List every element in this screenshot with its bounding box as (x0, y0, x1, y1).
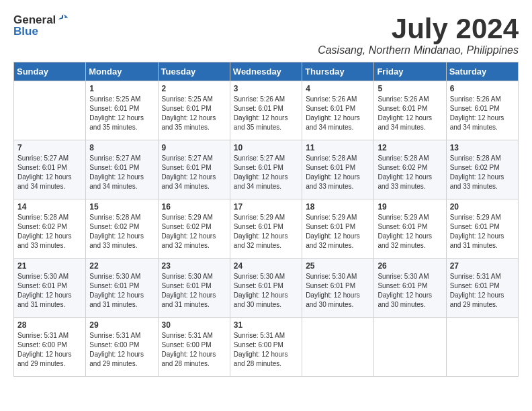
day-number: 30 (162, 320, 226, 330)
day-number: 26 (378, 261, 442, 271)
day-info: Sunrise: 5:29 AMSunset: 6:01 PMDaylight:… (306, 213, 370, 250)
header-cell-wednesday: Wednesday (230, 62, 302, 81)
header-cell-friday: Friday (374, 62, 446, 81)
calendar-cell: 13Sunrise: 5:28 AMSunset: 6:02 PMDayligh… (446, 140, 518, 199)
calendar-cell (446, 318, 518, 377)
header-cell-monday: Monday (86, 62, 158, 81)
day-number: 13 (450, 143, 515, 152)
day-number: 20 (450, 202, 515, 212)
day-info: Sunrise: 5:31 AMSunset: 6:00 PMDaylight:… (162, 331, 226, 369)
day-info: Sunrise: 5:28 AMSunset: 6:02 PMDaylight:… (378, 154, 442, 191)
day-number: 11 (306, 143, 370, 152)
calendar-cell: 30Sunrise: 5:31 AMSunset: 6:00 PMDayligh… (158, 318, 230, 377)
calendar-cell: 17Sunrise: 5:29 AMSunset: 6:01 PMDayligh… (230, 199, 302, 259)
calendar-cell: 4Sunrise: 5:26 AMSunset: 6:01 PMDaylight… (302, 81, 374, 140)
calendar-table: SundayMondayTuesdayWednesdayThursdayFrid… (13, 62, 519, 377)
day-info: Sunrise: 5:25 AMSunset: 6:01 PMDaylight:… (89, 95, 154, 132)
calendar-cell: 6Sunrise: 5:26 AMSunset: 6:01 PMDaylight… (446, 81, 518, 140)
day-info: Sunrise: 5:26 AMSunset: 6:01 PMDaylight:… (378, 95, 442, 132)
calendar-cell: 2Sunrise: 5:25 AMSunset: 6:01 PMDaylight… (158, 81, 230, 140)
calendar-cell: 14Sunrise: 5:28 AMSunset: 6:02 PMDayligh… (14, 199, 86, 259)
calendar-cell: 16Sunrise: 5:29 AMSunset: 6:02 PMDayligh… (158, 199, 230, 259)
calendar-cell: 27Sunrise: 5:31 AMSunset: 6:01 PMDayligh… (446, 259, 518, 318)
header-cell-saturday: Saturday (446, 62, 518, 81)
calendar-cell: 3Sunrise: 5:26 AMSunset: 6:01 PMDaylight… (230, 81, 302, 140)
week-row-1: 1Sunrise: 5:25 AMSunset: 6:01 PMDaylight… (14, 81, 519, 140)
calendar-cell: 24Sunrise: 5:30 AMSunset: 6:01 PMDayligh… (230, 259, 302, 318)
day-number: 1 (89, 84, 154, 93)
day-info: Sunrise: 5:27 AMSunset: 6:01 PMDaylight:… (89, 154, 154, 191)
day-info: Sunrise: 5:30 AMSunset: 6:01 PMDaylight:… (89, 272, 154, 310)
month-title: July 2024 (318, 13, 519, 44)
day-number: 8 (89, 143, 154, 152)
day-number: 17 (234, 202, 298, 212)
calendar-cell: 5Sunrise: 5:26 AMSunset: 6:01 PMDaylight… (374, 81, 446, 140)
day-info: Sunrise: 5:28 AMSunset: 6:02 PMDaylight:… (17, 213, 82, 250)
calendar-cell: 18Sunrise: 5:29 AMSunset: 6:01 PMDayligh… (302, 199, 374, 259)
day-info: Sunrise: 5:30 AMSunset: 6:01 PMDaylight:… (17, 272, 82, 310)
day-info: Sunrise: 5:26 AMSunset: 6:01 PMDaylight:… (306, 95, 370, 132)
week-row-4: 21Sunrise: 5:30 AMSunset: 6:01 PMDayligh… (14, 259, 519, 318)
calendar-cell: 20Sunrise: 5:29 AMSunset: 6:01 PMDayligh… (446, 199, 518, 259)
week-row-3: 14Sunrise: 5:28 AMSunset: 6:02 PMDayligh… (14, 199, 519, 259)
calendar-cell: 11Sunrise: 5:28 AMSunset: 6:01 PMDayligh… (302, 140, 374, 199)
day-number: 21 (17, 261, 82, 271)
day-number: 10 (234, 143, 298, 152)
day-info: Sunrise: 5:29 AMSunset: 6:01 PMDaylight:… (378, 213, 442, 250)
calendar-cell: 21Sunrise: 5:30 AMSunset: 6:01 PMDayligh… (14, 259, 86, 318)
week-row-5: 28Sunrise: 5:31 AMSunset: 6:00 PMDayligh… (14, 318, 519, 377)
day-number: 5 (378, 84, 442, 93)
day-info: Sunrise: 5:28 AMSunset: 6:01 PMDaylight:… (306, 154, 370, 191)
day-number: 2 (162, 84, 226, 93)
day-info: Sunrise: 5:30 AMSunset: 6:01 PMDaylight:… (306, 272, 370, 310)
calendar-cell: 28Sunrise: 5:31 AMSunset: 6:00 PMDayligh… (14, 318, 86, 377)
day-number: 25 (306, 261, 370, 271)
day-info: Sunrise: 5:26 AMSunset: 6:01 PMDaylight:… (450, 95, 515, 132)
page-header: General Blue July 2024 Casisang, Norther… (13, 13, 519, 56)
calendar-cell (14, 81, 86, 140)
day-number: 16 (162, 202, 226, 212)
day-number: 28 (17, 320, 82, 330)
logo-bird-icon (57, 13, 69, 26)
day-number: 6 (450, 84, 515, 93)
day-info: Sunrise: 5:31 AMSunset: 6:00 PMDaylight:… (234, 331, 298, 369)
calendar-cell: 31Sunrise: 5:31 AMSunset: 6:00 PMDayligh… (230, 318, 302, 377)
header-cell-sunday: Sunday (14, 62, 86, 81)
calendar-cell: 12Sunrise: 5:28 AMSunset: 6:02 PMDayligh… (374, 140, 446, 199)
header-cell-thursday: Thursday (302, 62, 374, 81)
header-cell-tuesday: Tuesday (158, 62, 230, 81)
calendar-cell: 23Sunrise: 5:30 AMSunset: 6:01 PMDayligh… (158, 259, 230, 318)
calendar-cell: 25Sunrise: 5:30 AMSunset: 6:01 PMDayligh… (302, 259, 374, 318)
day-number: 7 (17, 143, 82, 152)
calendar-cell: 15Sunrise: 5:28 AMSunset: 6:02 PMDayligh… (86, 199, 158, 259)
calendar-cell (374, 318, 446, 377)
calendar-cell: 7Sunrise: 5:27 AMSunset: 6:01 PMDaylight… (14, 140, 86, 199)
calendar-cell: 19Sunrise: 5:29 AMSunset: 6:01 PMDayligh… (374, 199, 446, 259)
day-info: Sunrise: 5:29 AMSunset: 6:01 PMDaylight:… (234, 213, 298, 250)
day-number: 15 (89, 202, 154, 212)
logo: General Blue (13, 13, 69, 38)
day-number: 18 (306, 202, 370, 212)
day-number: 4 (306, 84, 370, 93)
day-info: Sunrise: 5:25 AMSunset: 6:01 PMDaylight:… (162, 95, 226, 132)
calendar-cell: 29Sunrise: 5:31 AMSunset: 6:00 PMDayligh… (86, 318, 158, 377)
day-number: 19 (378, 202, 442, 212)
day-number: 27 (450, 261, 515, 271)
week-row-2: 7Sunrise: 5:27 AMSunset: 6:01 PMDaylight… (14, 140, 519, 199)
day-number: 9 (162, 143, 226, 152)
day-info: Sunrise: 5:27 AMSunset: 6:01 PMDaylight:… (17, 154, 82, 191)
calendar-cell: 10Sunrise: 5:27 AMSunset: 6:01 PMDayligh… (230, 140, 302, 199)
calendar-cell: 9Sunrise: 5:27 AMSunset: 6:01 PMDaylight… (158, 140, 230, 199)
day-info: Sunrise: 5:28 AMSunset: 6:02 PMDaylight:… (450, 154, 515, 191)
title-block: July 2024 Casisang, Northern Mindanao, P… (318, 13, 519, 56)
day-number: 12 (378, 143, 442, 152)
calendar-cell: 26Sunrise: 5:30 AMSunset: 6:01 PMDayligh… (374, 259, 446, 318)
day-number: 23 (162, 261, 226, 271)
calendar-cell: 8Sunrise: 5:27 AMSunset: 6:01 PMDaylight… (86, 140, 158, 199)
day-info: Sunrise: 5:31 AMSunset: 6:01 PMDaylight:… (450, 272, 515, 310)
day-info: Sunrise: 5:29 AMSunset: 6:01 PMDaylight:… (450, 213, 515, 250)
day-info: Sunrise: 5:27 AMSunset: 6:01 PMDaylight:… (234, 154, 298, 191)
day-info: Sunrise: 5:28 AMSunset: 6:02 PMDaylight:… (89, 213, 154, 250)
day-info: Sunrise: 5:31 AMSunset: 6:00 PMDaylight:… (89, 331, 154, 369)
day-number: 31 (234, 320, 298, 330)
